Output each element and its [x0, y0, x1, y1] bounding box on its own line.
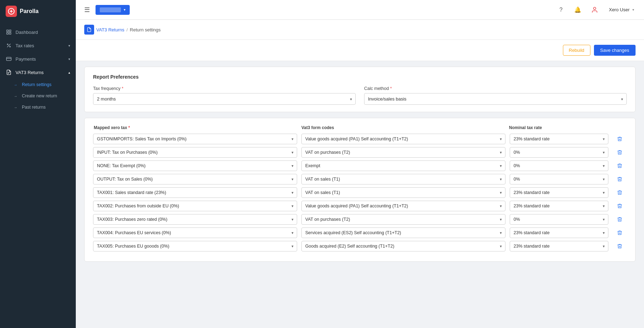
sidebar-item-tax-rates[interactable]: Tax rates ▾ — [0, 39, 76, 52]
sidebar-item-label: VAT3 Returns — [16, 70, 44, 75]
org-chevron-icon: ▾ — [124, 8, 125, 12]
mapped-xero-tax-select-wrapper-0: GSTONIMPORTS: Sales Tax on Imports (0%) … — [93, 134, 297, 144]
tax-frequency-select[interactable]: Monthly 2 months Quarterly 6 months Annu… — [93, 93, 356, 105]
chevron-down-icon: ▾ — [68, 44, 70, 48]
nominal-tax-rate-select-2[interactable]: 0% 23% standard rate — [510, 160, 608, 171]
calc-method-select[interactable]: Invoice/sales basis Cash basis — [364, 93, 627, 105]
required-indicator: * — [390, 86, 392, 91]
delete-row-2-button[interactable] — [613, 162, 627, 170]
topbar-right: ? 🔔 Xero User ▾ — [555, 4, 637, 16]
nominal-tax-rate-select-wrapper-0: 23% standard rate 0% ▾ — [510, 134, 608, 144]
col-header-vat3-form-codes: Vat3 form codes — [301, 125, 505, 130]
sidebar-item-dashboard[interactable]: Dashboard — [0, 25, 76, 39]
table-row: NONE: Tax Exempt (0%) ▾ Exempt ▾ 0% 23% … — [93, 160, 627, 171]
tax-frequency-label: Tax frequency * — [93, 86, 356, 91]
chevron-down-icon: ▾ — [68, 57, 70, 61]
svg-point-11 — [594, 7, 596, 10]
delete-row-1-button[interactable] — [613, 148, 627, 157]
sidebar-item-label: Tax rates — [16, 43, 34, 48]
rebuild-button[interactable]: Rebuild — [563, 45, 590, 56]
sidebar-item-label: Payments — [16, 56, 36, 62]
hamburger-button[interactable]: ☰ — [83, 5, 91, 15]
mapped-xero-tax-select-5[interactable]: TAX002: Purchases from outside EU (0%) — [93, 201, 297, 211]
app-name: Parolla — [20, 8, 38, 14]
mapped-xero-tax-select-1[interactable]: INPUT: Tax on Purchases (0%) — [93, 147, 297, 158]
calc-method-select-wrapper: Invoice/sales basis Cash basis ▾ — [364, 93, 627, 105]
org-selector-button[interactable]: ▾ — [96, 5, 130, 15]
delete-row-5-button[interactable] — [613, 202, 627, 210]
delete-row-3-button[interactable] — [613, 175, 627, 183]
vat3-form-codes-select-1[interactable]: VAT on purchases (T2) — [301, 147, 505, 158]
delete-row-7-button[interactable] — [613, 229, 627, 237]
svg-rect-7 — [6, 57, 11, 60]
nominal-tax-rate-select-1[interactable]: 0% 23% standard rate — [510, 147, 608, 158]
sidebar-item-past-returns[interactable]: → Past returns — [0, 102, 76, 113]
save-changes-button[interactable]: Save changes — [594, 45, 636, 56]
sidebar-item-vat3-returns[interactable]: VAT3 Returns ▴ — [0, 66, 76, 79]
notifications-button[interactable]: 🔔 — [572, 4, 583, 16]
help-button[interactable]: ? — [555, 4, 566, 16]
col-header-nominal-tax-rate: Nominal tax rate — [509, 125, 608, 130]
table-row: GSTONIMPORTS: Sales Tax on Imports (0%) … — [93, 134, 627, 144]
vat3-form-codes-select-2[interactable]: Exempt — [301, 160, 505, 171]
user-icon-btn[interactable] — [589, 4, 600, 16]
vat3-form-codes-select-3[interactable]: VAT on sales (T1) — [301, 174, 505, 184]
tax-frequency-group: Tax frequency * Monthly 2 months Quarter… — [93, 86, 356, 105]
mapped-xero-tax-select-2[interactable]: NONE: Tax Exempt (0%) — [93, 160, 297, 171]
vat3-form-codes-select-8[interactable]: Goods acquired (E2) Self accounting (T1+… — [301, 241, 505, 251]
delete-row-8-button[interactable] — [613, 242, 627, 250]
vat3-form-codes-select-0[interactable]: Value goods acquired (PA1) Self accounti… — [301, 134, 505, 144]
tax-mapping-section: Mapped xero tax * Vat3 form codes Nomina… — [84, 118, 636, 262]
vat3-form-codes-select-4[interactable]: VAT on sales (T1) — [301, 187, 505, 198]
sidebar: Parolla Dashboard Tax rates ▾ — [0, 0, 76, 328]
svg-point-5 — [10, 46, 11, 47]
sidebar-sub-item-label: Return settings — [22, 82, 51, 87]
nominal-tax-rate-select-7[interactable]: 23% standard rate 0% — [510, 227, 608, 238]
bell-icon: 🔔 — [574, 6, 581, 13]
svg-rect-3 — [9, 32, 11, 34]
grid-icon — [6, 29, 12, 35]
arrow-right-icon: → — [13, 104, 18, 110]
report-preferences-section: Report Preferences Tax frequency * Month… — [84, 67, 636, 112]
svg-rect-2 — [7, 32, 8, 34]
nominal-tax-rate-select-6[interactable]: 0% 23% standard rate — [510, 214, 608, 225]
mapped-xero-tax-select-3[interactable]: OUTPUT: Tax on Sales (0%) — [93, 174, 297, 184]
user-chevron-icon: ▾ — [632, 8, 634, 12]
nominal-tax-rate-select-8[interactable]: 23% standard rate 0% — [510, 241, 608, 251]
svg-rect-1 — [9, 30, 11, 32]
sidebar-item-label: Dashboard — [16, 30, 38, 35]
sidebar-item-create-new-return[interactable]: → Create new return — [0, 90, 76, 102]
mapped-xero-tax-select-6[interactable]: TAX003: Purchases zero rated (0%) — [93, 214, 297, 225]
nominal-tax-rate-select-4[interactable]: 23% standard rate 0% — [510, 187, 608, 198]
svg-rect-0 — [7, 30, 8, 32]
required-indicator: * — [122, 86, 123, 91]
file-text-icon — [6, 69, 12, 75]
report-preferences-title: Report Preferences — [93, 74, 627, 80]
delete-row-4-button[interactable] — [613, 188, 627, 197]
nominal-tax-rate-select-3[interactable]: 0% 23% standard rate — [510, 174, 608, 184]
action-bar: Rebuild Save changes — [76, 40, 644, 61]
svg-line-6 — [7, 44, 10, 47]
vat3-form-codes-select-7[interactable]: Services acquired (ES2) Self accounting … — [301, 227, 505, 238]
table-row: TAX004: Purchases EU services (0%) ▾ Ser… — [93, 227, 627, 238]
sidebar-item-return-settings[interactable]: → Return settings — [0, 79, 76, 90]
nominal-tax-rate-select-5[interactable]: 23% standard rate 0% — [510, 201, 608, 211]
mapped-xero-tax-select-7[interactable]: TAX004: Purchases EU services (0%) — [93, 227, 297, 238]
nominal-tax-rate-select-0[interactable]: 23% standard rate 0% — [510, 134, 608, 144]
delete-row-6-button[interactable] — [613, 215, 627, 224]
report-preferences-form: Tax frequency * Monthly 2 months Quarter… — [93, 86, 627, 105]
sidebar-sub-item-label: Create new return — [22, 93, 57, 98]
vat3-form-codes-select-6[interactable]: VAT on purchases (T2) — [301, 214, 505, 225]
breadcrumb-parent-link[interactable]: VAT3 Returns — [96, 27, 124, 32]
user-menu[interactable]: Xero User ▾ — [606, 6, 637, 14]
mapped-xero-tax-select-8[interactable]: TAX005: Purchases EU gooods (0%) — [93, 241, 297, 251]
mapped-xero-tax-select-4[interactable]: TAX001: Sales standard rate (23%) — [93, 187, 297, 198]
calc-method-label: Calc method * — [364, 86, 627, 91]
vat3-form-codes-select-5[interactable]: Value goods acquired (PA1) Self accounti… — [301, 201, 505, 211]
topbar: ☰ ▾ ? 🔔 Xero User ▾ — [76, 0, 644, 20]
delete-row-0-button[interactable] — [613, 135, 627, 143]
page-content: VAT3 Returns / Return settings Rebuild S… — [76, 20, 644, 328]
mapped-xero-tax-select-0[interactable]: GSTONIMPORTS: Sales Tax on Imports (0%) — [93, 134, 297, 144]
sidebar-item-payments[interactable]: Payments ▾ — [0, 52, 76, 66]
hamburger-icon: ☰ — [84, 6, 90, 13]
